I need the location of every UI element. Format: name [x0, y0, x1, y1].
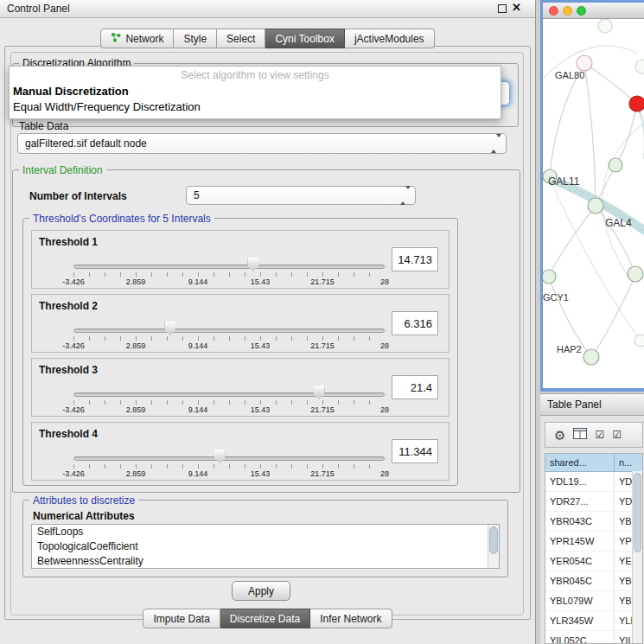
threshold-value-field[interactable]: 14.713 [392, 247, 438, 271]
option-equal-width-frequency[interactable]: Equal Width/Frequency Discretization [10, 99, 501, 115]
network-canvas[interactable]: GAL80 GAL11 GAL4 GCY1 HAP2 [543, 19, 644, 388]
table-scrollbar[interactable] [632, 471, 642, 643]
network-node[interactable] [577, 55, 592, 71]
number-of-intervals-combobox[interactable]: 5 [186, 186, 416, 205]
algorithm-placeholder-option[interactable]: Select algorithm to view settings [10, 67, 501, 84]
scale-tick-label: 21.715 [310, 277, 335, 286]
table-row[interactable]: YBR043C YBR0... [545, 512, 642, 532]
table-panel-header[interactable]: Table Panel [540, 393, 644, 416]
network-edge[interactable] [637, 105, 644, 159]
slider-track[interactable] [73, 265, 385, 269]
network-node[interactable] [598, 19, 612, 33]
tab-jactivemodules[interactable]: jActiveModules [345, 29, 435, 48]
network-node[interactable] [634, 335, 644, 347]
tab-infer-network[interactable]: Infer Network [310, 609, 392, 628]
network-node[interactable] [635, 60, 644, 73]
slider-track[interactable] [73, 392, 385, 397]
network-node[interactable] [628, 266, 643, 282]
threshold-value-field[interactable]: 11.344 [392, 439, 438, 463]
threshold-slider[interactable]: -3.426 2.859 9.144 15.43 21.715 28 [73, 385, 385, 416]
numerical-attributes-label: Numerical Attributes [33, 510, 135, 522]
scale-tick-label: 2.859 [126, 277, 146, 286]
slider-thumb[interactable] [247, 258, 258, 271]
network-edge[interactable] [603, 123, 644, 278]
attributes-list[interactable]: SelfLoops TopologicalCoefficient Between… [31, 524, 500, 569]
scale-tick-label: 2.859 [126, 405, 146, 414]
columns-icon[interactable] [573, 427, 587, 443]
gear-icon[interactable]: ⚙ [554, 429, 565, 442]
cell-shared-name[interactable]: YIL052C [545, 631, 615, 644]
network-node[interactable] [609, 158, 622, 172]
network-node[interactable] [583, 349, 599, 365]
table-row[interactable]: YBR045C YBR0... [545, 571, 642, 591]
network-node-selected[interactable] [629, 96, 644, 112]
network-edge[interactable] [549, 206, 596, 275]
cell-shared-name[interactable]: YDR27... [545, 492, 615, 511]
apply-button[interactable]: Apply [232, 581, 290, 601]
tab-style[interactable]: Style [174, 29, 217, 48]
network-edge[interactable] [584, 63, 596, 204]
threshold-label: Threshold 3 [39, 364, 98, 376]
list-item[interactable]: BetweennessCentrality [32, 554, 499, 569]
table-row[interactable]: YDL19... YDL1... [545, 472, 642, 492]
minimize-window-button[interactable] [563, 6, 572, 16]
float-window-button[interactable] [498, 4, 507, 13]
list-scrollbar-thumb[interactable] [489, 526, 498, 554]
cell-shared-name[interactable]: YPR145W [545, 532, 615, 551]
network-node[interactable] [543, 270, 556, 284]
cell-shared-name[interactable]: YBL079W [545, 591, 615, 610]
table-row[interactable]: YIL052C YIL0... [545, 631, 642, 644]
node-label[interactable]: GCY1 [543, 292, 569, 303]
network-window-titlebar[interactable] [543, 3, 644, 19]
tab-impute-data[interactable]: Impute Data [143, 609, 220, 628]
table-scrollbar-thumb[interactable] [634, 473, 641, 552]
column-header-shared-name[interactable]: shared... [545, 454, 615, 471]
list-scrollbar[interactable] [488, 525, 499, 568]
close-window-button[interactable] [549, 6, 558, 16]
network-edge[interactable] [584, 63, 637, 104]
select-all-icon[interactable]: ☑ [595, 430, 604, 440]
threshold-slider[interactable]: -3.426 2.859 9.144 15.43 21.715 28 [73, 449, 385, 480]
zoom-window-button[interactable] [577, 6, 586, 16]
threshold-slider[interactable]: -3.426 2.859 9.144 15.43 21.715 28 [73, 257, 385, 288]
slider-thumb[interactable] [164, 322, 175, 335]
network-edge[interactable] [593, 276, 635, 355]
close-panel-button[interactable]: ✕ [512, 1, 521, 14]
table-data-combobox[interactable]: galFiltered.sif default node [17, 133, 507, 154]
slider-track[interactable] [73, 456, 385, 461]
tab-network[interactable]: Network [100, 29, 174, 48]
table-row[interactable]: YBL079W YBL0... [545, 591, 642, 611]
scale-tick-label: 9.144 [188, 341, 208, 350]
node-label[interactable]: GAL4 [605, 217, 632, 229]
tab-cyni-toolbox[interactable]: Cyni Toolbox [265, 29, 344, 48]
cell-shared-name[interactable]: YBR043C [545, 512, 615, 531]
scale-tick-label: 9.144 [188, 277, 208, 286]
option-manual-discretization[interactable]: Manual Discretization [10, 84, 501, 99]
cell-shared-name[interactable]: YBR045C [545, 571, 615, 590]
table-row[interactable]: YLR345W YLR3... [545, 611, 642, 631]
threshold-value-field[interactable]: 6.316 [392, 311, 438, 335]
table-row[interactable]: YER054C YER0... [545, 552, 642, 571]
column-header-name[interactable]: n... [615, 454, 642, 471]
node-label[interactable]: GAL80 [555, 70, 584, 80]
threshold-value-field[interactable]: 21.4 [392, 375, 438, 399]
table-row[interactable]: YDR27... YDR2... [545, 492, 642, 512]
network-node[interactable] [588, 198, 603, 214]
network-edge[interactable] [615, 104, 637, 165]
slider-thumb[interactable] [214, 450, 226, 463]
cell-shared-name[interactable]: YLR345W [545, 611, 615, 630]
cell-shared-name[interactable]: YDL19... [545, 472, 615, 491]
list-item[interactable]: TopologicalCoefficient [32, 539, 499, 554]
cell-shared-name[interactable]: YER054C [545, 552, 615, 571]
tab-select[interactable]: Select [217, 29, 265, 48]
node-label[interactable]: GAL11 [548, 175, 580, 188]
threshold-panel: Threshold 1 -3.426 2.859 9.144 15.43 21.… [31, 230, 450, 289]
slider-thumb[interactable] [314, 386, 325, 399]
tab-discretize-data[interactable]: Discretize Data [220, 609, 310, 628]
slider-track[interactable] [73, 328, 385, 333]
list-item[interactable]: SelfLoops [32, 525, 499, 539]
threshold-slider[interactable]: -3.426 2.859 9.144 15.43 21.715 28 [73, 321, 385, 352]
node-label[interactable]: HAP2 [557, 344, 582, 354]
table-row[interactable]: YPR145W YPR1... [545, 532, 642, 552]
select-rows-icon[interactable]: ☑ [612, 430, 622, 440]
